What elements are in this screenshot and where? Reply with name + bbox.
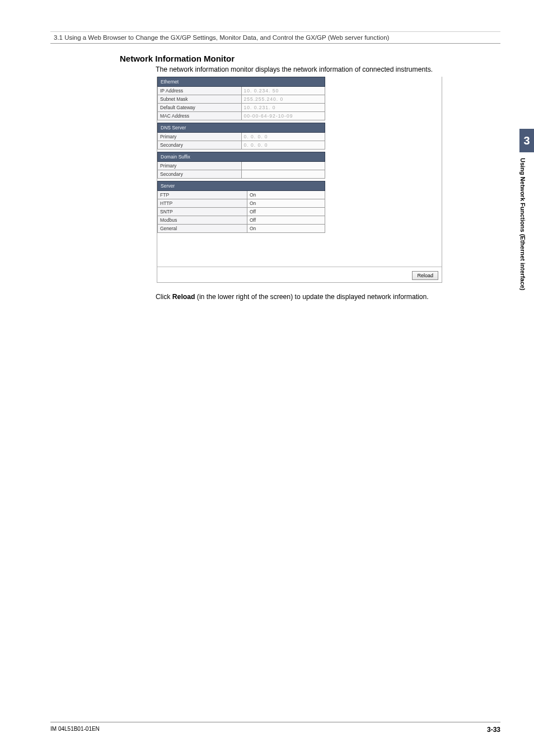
domain-secondary-value (241, 170, 325, 179)
table-row: Primary (158, 162, 325, 170)
chapter-title: Using Network Functions (Ethernet interf… (519, 152, 526, 332)
default-gateway-label: Default Gateway (158, 104, 242, 112)
dns-primary-label: Primary (158, 133, 242, 141)
domain-table: Domain Suffix Primary Secondary (157, 152, 325, 179)
ftp-value: On (247, 191, 325, 199)
http-value: On (247, 199, 325, 208)
table-row: FTPOn (158, 191, 325, 199)
page-number: 3-33 (487, 726, 500, 734)
chapter-number: 3 (519, 129, 534, 152)
http-label: HTTP (158, 199, 247, 208)
ethernet-header: Ethernet (158, 77, 325, 87)
table-row: Primary0. 0. 0. 0 (158, 133, 325, 141)
note-prefix: Click (156, 293, 172, 301)
network-info-panel: Ethernet IP Address10. 0.234. 50 Subnet … (157, 77, 442, 283)
general-label: General (158, 225, 247, 233)
table-row: SNTPOff (158, 208, 325, 216)
dns-secondary-label: Secondary (158, 141, 242, 150)
intro-text: The network information monitor displays… (156, 66, 500, 73)
ftp-label: FTP (158, 191, 247, 199)
table-row: Secondary (158, 170, 325, 179)
domain-secondary-label: Secondary (158, 170, 242, 179)
table-row: GeneralOn (158, 225, 325, 233)
table-row: Secondary0. 0. 0. 0 (158, 141, 325, 150)
reload-note: Click Reload (in the lower right of the … (156, 293, 500, 301)
mac-address-label: MAC Address (158, 112, 242, 120)
subnet-mask-value: 255.255.240. 0 (241, 95, 325, 104)
general-value: On (247, 225, 325, 233)
table-row: IP Address10. 0.234. 50 (158, 87, 325, 95)
domain-primary-value (241, 162, 325, 170)
table-row: Subnet Mask255.255.240. 0 (158, 95, 325, 104)
modbus-label: Modbus (158, 216, 247, 225)
dns-header: DNS Server (158, 123, 325, 133)
default-gateway-value: 10. 0.231. 0 (241, 104, 325, 112)
domain-primary-label: Primary (158, 162, 242, 170)
table-row: ModbusOff (158, 216, 325, 225)
note-bold: Reload (172, 293, 195, 301)
chapter-tab: 3 Using Network Functions (Ethernet inte… (519, 129, 534, 332)
server-table: Server FTPOn HTTPOn SNTPOff ModbusOff Ge… (157, 181, 325, 233)
subnet-mask-label: Subnet Mask (158, 95, 242, 104)
table-row: MAC Address00-00-64-92-10-09 (158, 112, 325, 120)
server-header: Server (158, 181, 325, 191)
sntp-label: SNTP (158, 208, 247, 216)
reload-button[interactable]: Reload (412, 271, 438, 280)
dns-secondary-value: 0. 0. 0. 0 (241, 141, 325, 150)
dns-primary-value: 0. 0. 0. 0 (241, 133, 325, 141)
dns-table: DNS Server Primary0. 0. 0. 0 Secondary0.… (157, 123, 325, 150)
modbus-value: Off (247, 216, 325, 225)
note-suffix: (in the lower right of the screen) to up… (195, 293, 428, 301)
ip-address-value: 10. 0.234. 50 (241, 87, 325, 95)
table-row: HTTPOn (158, 199, 325, 208)
sntp-value: Off (247, 208, 325, 216)
section-title: Network Information Monitor (120, 54, 500, 63)
ethernet-table: Ethernet IP Address10. 0.234. 50 Subnet … (157, 77, 325, 120)
mac-address-value: 00-00-64-92-10-09 (241, 112, 325, 120)
ip-address-label: IP Address (158, 87, 242, 95)
breadcrumb: 3.1 Using a Web Browser to Change the GX… (50, 31, 500, 44)
domain-header: Domain Suffix (158, 152, 325, 162)
table-row: Default Gateway10. 0.231. 0 (158, 104, 325, 112)
doc-id: IM 04L51B01-01EN (50, 726, 100, 734)
page-footer: IM 04L51B01-01EN 3-33 (50, 722, 500, 734)
